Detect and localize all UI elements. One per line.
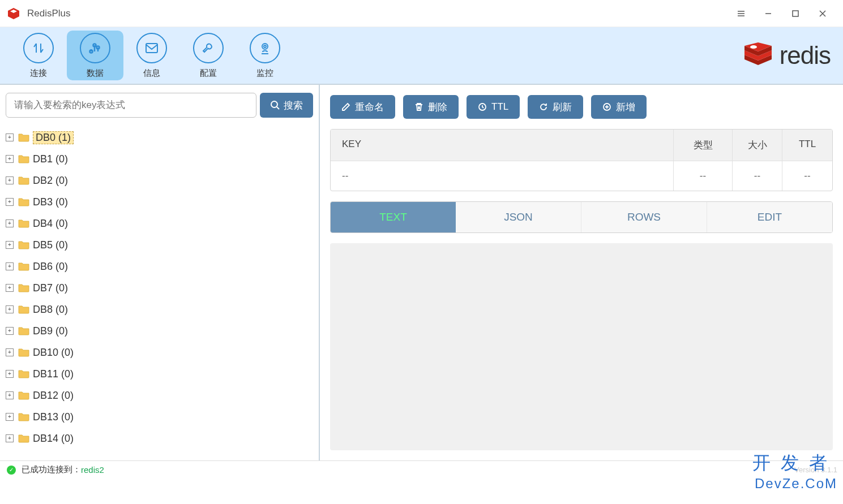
tool-data[interactable]: 数据 — [67, 31, 123, 80]
expand-icon[interactable]: + — [6, 413, 14, 421]
menu-icon[interactable] — [728, 2, 755, 25]
folder-icon — [18, 176, 29, 185]
folder-icon — [18, 348, 29, 357]
app-title: RedisPlus — [27, 8, 728, 19]
expand-icon[interactable]: + — [6, 241, 14, 249]
search-row: 搜索 — [0, 85, 319, 126]
viewtab-json[interactable]: JSON — [456, 202, 581, 232]
db-label: DB13 (0) — [33, 411, 74, 423]
tool-connect[interactable]: 连接 — [10, 31, 67, 80]
header-size: 大小 — [733, 130, 782, 161]
tree-item[interactable]: +DB10 (0) — [5, 342, 314, 363]
db-label: DB12 (0) — [33, 390, 74, 402]
content-panel — [330, 243, 833, 450]
db-label: DB8 (0) — [33, 304, 68, 316]
cell-key: -- — [331, 161, 674, 191]
svg-point-6 — [264, 45, 266, 48]
expand-icon[interactable]: + — [6, 262, 14, 270]
expand-icon[interactable]: + — [6, 219, 14, 227]
maximize-icon[interactable] — [782, 2, 809, 25]
tool-monitor[interactable]: 监控 — [237, 31, 293, 80]
db-label: DB0 (1) — [33, 131, 74, 144]
tree-item[interactable]: +DB8 (0) — [5, 299, 314, 320]
tree-item[interactable]: +DB9 (0) — [5, 320, 314, 342]
folder-icon — [18, 305, 29, 314]
ttl-button[interactable]: TTL — [467, 95, 520, 119]
expand-icon[interactable]: + — [6, 434, 14, 442]
statusbar: ✓ 已成功连接到： redis2 Version 3.1.1 — [0, 460, 843, 479]
folder-icon — [18, 326, 29, 335]
tree-item[interactable]: +DB5 (0) — [5, 234, 314, 256]
toolbar: 连接 数据 信息 配置 监控 redis — [0, 27, 843, 84]
folder-icon — [18, 219, 29, 228]
tool-label: 数据 — [87, 68, 104, 79]
close-icon[interactable] — [809, 2, 836, 25]
tree-item[interactable]: +DB4 (0) — [5, 213, 314, 234]
expand-icon[interactable]: + — [6, 155, 14, 163]
db-label: DB6 (0) — [33, 261, 68, 273]
tree-item[interactable]: +DB13 (0) — [5, 406, 314, 428]
plus-circle-icon — [602, 102, 611, 111]
tool-config[interactable]: 配置 — [180, 31, 237, 80]
svg-point-5 — [262, 44, 268, 49]
tree-item[interactable]: +DB1 (0) — [5, 148, 314, 170]
viewtab-edit[interactable]: EDIT — [707, 202, 832, 232]
folder-icon — [18, 240, 29, 249]
expand-icon[interactable]: + — [6, 284, 14, 292]
svg-point-7 — [750, 45, 757, 49]
status-connection-name: redis2 — [81, 465, 104, 475]
pencil-icon — [341, 102, 350, 111]
header-key: KEY — [331, 130, 674, 161]
search-button[interactable]: 搜索 — [260, 93, 313, 118]
db-label: DB5 (0) — [33, 239, 68, 251]
header-type: 类型 — [674, 130, 733, 161]
expand-icon[interactable]: + — [6, 305, 14, 313]
search-button-label: 搜索 — [284, 99, 303, 112]
minimize-icon[interactable] — [755, 2, 782, 25]
tree-item[interactable]: +DB2 (0) — [5, 170, 314, 191]
cell-size: -- — [733, 161, 782, 191]
tree-item[interactable]: +DB12 (0) — [5, 385, 314, 406]
folder-icon — [18, 412, 29, 421]
expand-icon[interactable]: + — [6, 348, 14, 356]
search-input[interactable] — [6, 93, 256, 118]
expand-icon[interactable]: + — [6, 176, 14, 184]
status-ok-icon: ✓ — [7, 466, 16, 475]
tree-item[interactable]: +DB3 (0) — [5, 191, 314, 213]
tree-item[interactable]: +DB0 (1) — [5, 127, 314, 148]
db-label: DB11 (0) — [33, 368, 74, 380]
db-label: DB14 (0) — [33, 433, 74, 445]
add-button[interactable]: 新增 — [591, 95, 647, 119]
expand-icon[interactable]: + — [6, 133, 14, 141]
svg-rect-4 — [146, 44, 157, 53]
version-text: Version 3.1.1 — [794, 466, 837, 474]
tool-info[interactable]: 信息 — [123, 31, 180, 80]
header-ttl: TTL — [782, 130, 832, 161]
rename-button[interactable]: 重命名 — [330, 95, 395, 119]
folder-icon — [18, 283, 29, 292]
folder-icon — [18, 197, 29, 206]
left-pane: 搜索 +DB0 (1)+DB1 (0)+DB2 (0)+DB3 (0)+DB4 … — [0, 85, 320, 460]
tree-item[interactable]: +DB14 (0) — [5, 428, 314, 449]
refresh-button[interactable]: 刷新 — [528, 95, 583, 119]
expand-icon[interactable]: + — [6, 198, 14, 206]
viewtab-rows[interactable]: ROWS — [581, 202, 707, 232]
tree-item[interactable]: +DB7 (0) — [5, 277, 314, 299]
expand-icon[interactable]: + — [6, 327, 14, 335]
tree-item[interactable]: +DB6 (0) — [5, 256, 314, 277]
svg-point-8 — [271, 101, 277, 107]
folder-icon — [18, 369, 29, 378]
db-label: DB9 (0) — [33, 325, 68, 337]
viewtab-text[interactable]: TEXT — [331, 202, 456, 232]
cell-type: -- — [674, 161, 733, 191]
folder-icon — [18, 262, 29, 271]
delete-button[interactable]: 删除 — [403, 95, 459, 119]
db-label: DB4 (0) — [33, 218, 68, 230]
tree-item[interactable]: +DB11 (0) — [5, 363, 314, 385]
db-label: DB7 (0) — [33, 282, 68, 294]
db-label: DB10 (0) — [33, 347, 74, 359]
db-label: DB3 (0) — [33, 196, 68, 208]
expand-icon[interactable]: + — [6, 370, 14, 378]
key-info-table: KEY 类型 大小 TTL -- -- -- -- — [330, 129, 833, 191]
expand-icon[interactable]: + — [6, 391, 14, 399]
